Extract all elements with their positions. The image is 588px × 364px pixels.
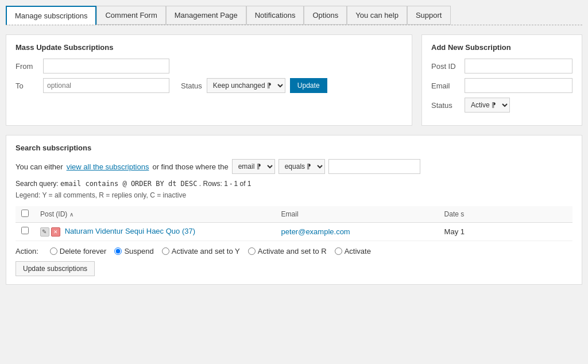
action-activate[interactable]: Activate <box>335 247 371 255</box>
add-subscription-panel: Add New Subscription Post ID Email Statu… <box>421 34 582 126</box>
mass-update-title: Mass Update Subscriptions <box>16 43 403 52</box>
col-date: Date s <box>439 206 572 223</box>
search-intro-1: You can either <box>16 162 63 171</box>
search-query-line: Search query: email contains @ ORDER BY … <box>16 180 572 188</box>
search-intro-row: You can either view all the subscription… <box>16 159 572 174</box>
col-check <box>16 206 34 223</box>
delete-label: Delete forever <box>60 247 107 255</box>
update-subscriptions-button[interactable]: Update subscriptions <box>16 261 95 276</box>
select-all-checkbox[interactable] <box>21 210 29 217</box>
table-body: Naturam Videntur Sequi Haec Quo (37) pet… <box>16 223 572 241</box>
search-section: Search subscriptions You can either view… <box>6 135 582 285</box>
row-post-cell: Naturam Videntur Sequi Haec Quo (37) <box>34 223 276 241</box>
table-header-row: Post (ID) ∧ Email Date s <box>16 206 572 223</box>
tab-bar: Manage subscriptions Comment Form Manage… <box>6 6 582 25</box>
search-query-value: email contains @ ORDER BY dt DESC <box>60 180 197 188</box>
tab-manage-subscriptions[interactable]: Manage subscriptions <box>6 6 96 25</box>
add-email-input[interactable] <box>465 78 572 93</box>
search-query-label: Search query: <box>16 180 59 188</box>
activate-label: Activate <box>345 247 371 255</box>
status-label: Status <box>181 82 202 90</box>
col-post[interactable]: Post (ID) ∧ <box>34 206 276 223</box>
update-subscriptions-row: Update subscriptions <box>16 261 572 276</box>
email-link[interactable]: peter@example.com <box>281 227 350 236</box>
tab-support[interactable]: Support <box>407 6 451 25</box>
tab-notifications[interactable]: Notifications <box>246 6 304 25</box>
add-status-label: Status <box>431 101 460 110</box>
row-email-cell: peter@example.com <box>276 223 439 241</box>
search-condition-select[interactable]: equals ⁋ <box>278 159 325 174</box>
subscriptions-table: Post (ID) ∧ Email Date s Naturam Videntu… <box>16 206 572 241</box>
action-radio-group: Delete forever Suspend Activate and set … <box>50 247 371 255</box>
action-delete[interactable]: Delete forever <box>50 247 107 255</box>
legend: Legend: Y = all comments, R = replies on… <box>16 191 572 199</box>
post-id-input[interactable] <box>465 59 572 73</box>
action-activate-r[interactable]: Activate and set to R <box>248 247 327 255</box>
tab-comment-form[interactable]: Comment Form <box>96 6 165 25</box>
search-field-select[interactable]: email ⁋ <box>232 159 275 174</box>
from-input[interactable] <box>43 59 169 73</box>
col-email: Email <box>276 206 439 223</box>
action-activate-y[interactable]: Activate and set to Y <box>162 247 240 255</box>
to-input[interactable] <box>43 78 169 93</box>
search-value-input[interactable] <box>328 159 420 174</box>
from-row: From <box>16 59 403 73</box>
post-id-row: Post ID <box>431 59 572 73</box>
activate-r-label: Activate and set to R <box>258 247 327 255</box>
edit-icon[interactable] <box>40 227 49 237</box>
table-row: Naturam Videntur Sequi Haec Quo (37) pet… <box>16 223 572 241</box>
activate-y-label: Activate and set to Y <box>172 247 240 255</box>
row-icons <box>40 227 60 237</box>
search-rows-info: . Rows: 1 - 1 of 1 <box>199 180 252 188</box>
to-row: To Status Keep unchanged ⁋ Update <box>16 78 403 93</box>
tab-you-can-help[interactable]: You can help <box>347 6 407 25</box>
add-subscription-title: Add New Subscription <box>431 43 572 52</box>
tab-management-page[interactable]: Management Page <box>166 6 246 25</box>
action-suspend[interactable]: Suspend <box>114 247 153 255</box>
delete-icon[interactable] <box>51 227 60 237</box>
activate-r-radio[interactable] <box>248 247 256 255</box>
view-all-link[interactable]: view all the subscriptions <box>67 162 149 171</box>
activate-y-radio[interactable] <box>162 247 169 255</box>
mass-update-panel: Mass Update Subscriptions From To Status… <box>6 34 412 126</box>
suspend-label: Suspend <box>124 247 153 255</box>
delete-radio[interactable] <box>50 247 57 255</box>
action-row: Action: Delete forever Suspend Activate … <box>16 247 572 255</box>
to-label: To <box>16 82 38 90</box>
add-email-label: Email <box>431 82 460 90</box>
search-intro-2: or find those where the <box>152 162 228 171</box>
update-button[interactable]: Update <box>290 78 327 93</box>
row-checkbox[interactable] <box>21 227 29 234</box>
col-post-label: Post (ID) <box>40 210 67 218</box>
email-row: Email <box>431 78 572 93</box>
action-label: Action: <box>16 247 38 255</box>
top-panels: Mass Update Subscriptions From To Status… <box>6 34 582 126</box>
search-title: Search subscriptions <box>16 144 572 152</box>
sort-arrow-icon: ∧ <box>69 211 74 218</box>
from-label: From <box>16 62 38 71</box>
add-status-select[interactable]: Active ⁋ <box>465 98 510 113</box>
row-date-cell: May 1 <box>439 223 572 241</box>
add-status-row: Status Active ⁋ <box>431 98 572 113</box>
tab-options[interactable]: Options <box>304 6 347 25</box>
post-link[interactable]: Naturam Videntur Sequi Haec Quo (37) <box>65 227 195 235</box>
post-id-label: Post ID <box>431 62 460 71</box>
suspend-radio[interactable] <box>114 247 122 255</box>
mass-update-status-select[interactable]: Keep unchanged ⁋ <box>207 78 285 93</box>
row-checkbox-cell <box>16 223 34 241</box>
activate-radio[interactable] <box>335 247 342 255</box>
